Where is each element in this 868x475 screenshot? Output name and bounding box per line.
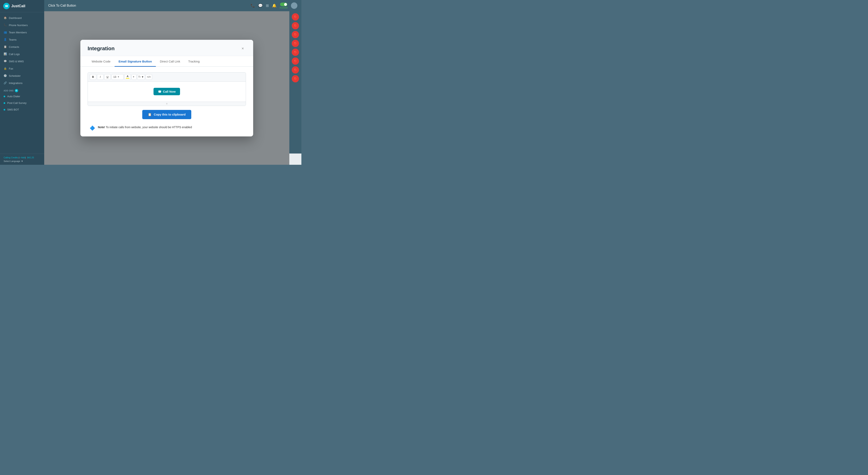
right-panel-btn-3[interactable]: 🔴 bbox=[292, 31, 299, 38]
resize-handle-icon: ≡ bbox=[166, 102, 167, 105]
log-icon: 📊 bbox=[4, 53, 7, 56]
right-panel-btn-5[interactable]: 🔴 bbox=[292, 49, 299, 56]
note-area: 🔷 Note! To initiate calls from website, … bbox=[88, 125, 246, 131]
addon-label: Auto Dialer bbox=[7, 95, 20, 98]
phone-icon[interactable]: 📞 bbox=[251, 3, 255, 8]
home-icon: 🏠 bbox=[4, 16, 7, 20]
sidebar-item-sms-mms[interactable]: 💬 SMS & MMS bbox=[0, 58, 44, 65]
add-addon-button[interactable]: + bbox=[15, 89, 18, 92]
modal-close-button[interactable]: × bbox=[240, 45, 246, 52]
sidebar-item-label: Call Logs bbox=[9, 53, 20, 56]
sidebar-item-contacts[interactable]: 📋 Contacts bbox=[0, 43, 44, 51]
top-bar: Click To Call Button 📞 💬 ⊞ 🔔 Available bbox=[44, 0, 301, 11]
right-panel-btn-7[interactable]: 🔴 bbox=[292, 66, 299, 73]
copy-btn-label: Copy this to clipboard bbox=[154, 113, 185, 116]
chat-icon[interactable]: 💬 bbox=[258, 3, 262, 8]
user-avatar[interactable] bbox=[291, 2, 298, 9]
top-bar-right: 📞 💬 ⊞ 🔔 Available bbox=[251, 2, 298, 9]
addon-dot-icon bbox=[4, 96, 5, 97]
sidebar-item-scheduler[interactable]: 🕐 Scheduler bbox=[0, 72, 44, 80]
modal-overlay: Integration × Website Code Email Signatu… bbox=[44, 11, 289, 165]
editor-resize-bar[interactable]: ≡ bbox=[88, 102, 246, 106]
bell-icon[interactable]: 🔔 bbox=[272, 3, 277, 8]
addon-dot-icon bbox=[4, 109, 5, 110]
status-label: Available bbox=[280, 7, 288, 9]
sidebar: ☎ JustCall 🏠 Dashboard 📞 Phone Numbers 👥… bbox=[0, 0, 44, 165]
sidebar-item-dashboard[interactable]: 🏠 Dashboard bbox=[0, 14, 44, 22]
addon-label: Post Call Survey bbox=[7, 101, 27, 104]
clipboard-icon: 📋 bbox=[148, 113, 152, 116]
font-color-button[interactable]: A bbox=[124, 74, 131, 80]
code-button[interactable]: </> bbox=[146, 74, 152, 80]
underline-button[interactable]: U bbox=[104, 74, 111, 80]
sidebar-footer: Calling Credits (+ Add) $42.25 Select La… bbox=[0, 154, 44, 165]
copy-clipboard-button[interactable]: 📋 Copy this to clipboard bbox=[142, 110, 191, 119]
tab-website-code[interactable]: Website Code bbox=[88, 56, 115, 66]
sidebar-item-label: SMS & MMS bbox=[9, 60, 24, 63]
sidebar-item-label: Team Members bbox=[9, 31, 27, 34]
content-area: Integration × Website Code Email Signatu… bbox=[44, 11, 289, 165]
sidebar-item-teams[interactable]: 👤 Teams bbox=[0, 36, 44, 43]
sidebar-item-label: Contacts bbox=[9, 45, 19, 49]
modal-header: Integration × bbox=[81, 40, 253, 56]
right-panel-btn-2[interactable]: 🔴 bbox=[292, 22, 299, 29]
italic-button[interactable]: I bbox=[97, 74, 103, 80]
addon-post-call-survey[interactable]: Post Call Survey bbox=[0, 100, 44, 106]
grid-icon[interactable]: ⊞ bbox=[266, 3, 269, 8]
addon-label: SMS BOT bbox=[7, 108, 19, 111]
modal-tabs: Website Code Email Signature Button Dire… bbox=[81, 56, 253, 67]
tab-direct-call-link[interactable]: Direct Call Link bbox=[156, 56, 184, 66]
call-now-preview-button[interactable]: ☎ Call Now bbox=[154, 88, 180, 95]
add-ons-section: ADD ONS + bbox=[0, 87, 44, 93]
chevron-down-icon: ▼ bbox=[21, 160, 23, 162]
right-panel-btn-6[interactable]: 🔴 bbox=[292, 58, 299, 65]
tab-email-signature-button[interactable]: Email Signature Button bbox=[115, 56, 156, 66]
modal-title: Integration bbox=[88, 45, 115, 52]
content-wrapper: Integration × Website Code Email Signatu… bbox=[44, 11, 301, 165]
language-selector[interactable]: Select Language ▼ bbox=[4, 160, 40, 162]
scheduler-icon: 🕐 bbox=[4, 74, 7, 77]
modal-body: B I U 13 bbox=[81, 67, 253, 136]
right-panel-btn-4[interactable]: 🔴 bbox=[292, 40, 299, 47]
add-credits-link[interactable]: + Add bbox=[19, 156, 25, 159]
sidebar-item-fax[interactable]: 🔒 Fax bbox=[0, 65, 44, 72]
status-toggle[interactable] bbox=[280, 3, 287, 6]
status-control: Available bbox=[280, 3, 288, 9]
addon-sms-bot[interactable]: SMS BOT bbox=[0, 106, 44, 113]
addon-dot-icon bbox=[4, 102, 5, 104]
phone-icon: ☎ bbox=[158, 90, 161, 93]
sidebar-item-integrations[interactable]: 🔗 Integrations bbox=[0, 80, 44, 87]
font-size-up-button[interactable]: T↑ ▼ bbox=[137, 74, 145, 80]
credits-display: Calling Credits (+ Add) $42.25 bbox=[4, 156, 40, 159]
tab-tracking[interactable]: Tracking bbox=[184, 56, 204, 66]
logo-icon: ☎ bbox=[3, 3, 10, 9]
chevron-down-icon: ▼ bbox=[142, 75, 144, 78]
editor-toolbar: B I U 13 bbox=[88, 72, 246, 82]
sidebar-item-team-members[interactable]: 👥 Team Members bbox=[0, 29, 44, 36]
sidebar-item-phone-numbers[interactable]: 📞 Phone Numbers bbox=[0, 22, 44, 29]
copy-btn-wrapper: 📋 Copy this to clipboard bbox=[88, 106, 246, 119]
email-editor: B I U 13 bbox=[88, 72, 246, 106]
sidebar-item-label: Fax bbox=[9, 67, 13, 70]
sidebar-item-call-logs[interactable]: 📊 Call Logs bbox=[0, 51, 44, 58]
addon-auto-dialer[interactable]: Auto Dialer bbox=[0, 93, 44, 100]
editor-canvas[interactable]: ☎ Call Now bbox=[88, 82, 246, 102]
fax-icon: 🔒 bbox=[4, 67, 7, 70]
sidebar-nav: 🏠 Dashboard 📞 Phone Numbers 👥 Team Membe… bbox=[0, 12, 44, 154]
sms-icon: 💬 bbox=[4, 60, 7, 63]
right-panel-btn-8[interactable]: 🔴 bbox=[292, 75, 299, 83]
right-panel: 🔴 🔴 🔴 🔴 🔴 🔴 🔴 🔴 bbox=[289, 11, 301, 154]
bold-button[interactable]: B bbox=[90, 74, 96, 80]
font-color-dropdown-arrow[interactable]: ▼ bbox=[132, 74, 136, 80]
chevron-down-icon: ▼ bbox=[133, 76, 135, 78]
group-icon: 👤 bbox=[4, 38, 7, 41]
sidebar-item-label: Integrations bbox=[9, 82, 23, 85]
color-bar bbox=[126, 78, 129, 79]
integration-modal: Integration × Website Code Email Signatu… bbox=[81, 40, 253, 136]
right-panel-btn-1[interactable]: 🔴 bbox=[292, 13, 299, 21]
phone-icon: 📞 bbox=[4, 24, 7, 27]
font-size-dropdown[interactable]: 13 ▼ bbox=[112, 74, 124, 80]
info-icon: 🔷 bbox=[90, 126, 95, 131]
credits-amount: $42.25 bbox=[27, 156, 34, 159]
note-text: Note! To initiate calls from website, yo… bbox=[98, 125, 192, 129]
